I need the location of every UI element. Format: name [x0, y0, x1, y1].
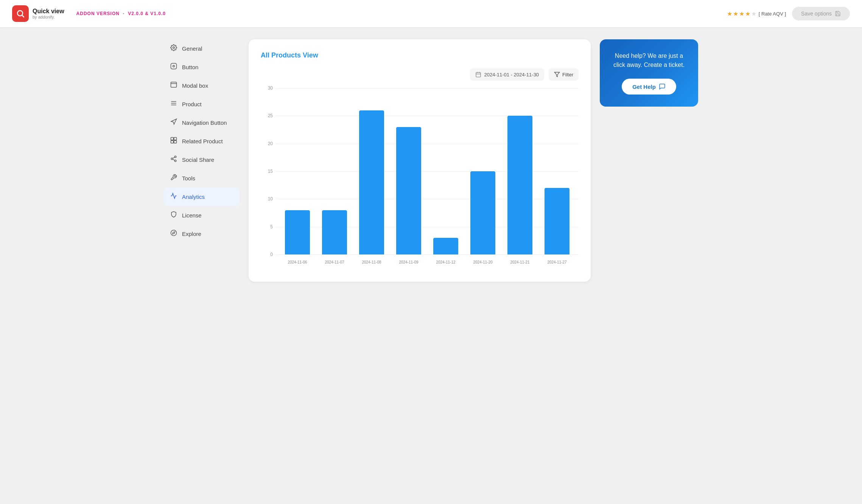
sidebar-label-button: Button	[182, 64, 198, 70]
explore-icon	[170, 230, 177, 238]
sidebar-label-related: Related Product	[182, 138, 223, 144]
chart-bar[interactable]	[470, 171, 495, 254]
svg-rect-5	[171, 82, 177, 87]
sidebar-item-license[interactable]: License	[164, 206, 240, 225]
chart-title: All Products View	[261, 51, 579, 59]
star-2: ★	[733, 10, 738, 17]
button-icon	[170, 63, 177, 71]
sidebar-item-button[interactable]: Button	[164, 58, 240, 76]
y-axis-label: 15	[268, 169, 273, 174]
star-5: ★	[751, 10, 756, 17]
sidebar-label-license: License	[182, 212, 202, 219]
bar-group	[317, 88, 352, 254]
x-axis-label: 2024-11-09	[391, 254, 426, 270]
y-axis-label: 30	[268, 85, 273, 91]
y-axis-label: 0	[270, 252, 273, 257]
svg-point-4	[173, 65, 175, 67]
modal-icon	[170, 81, 177, 90]
sidebar-item-product[interactable]: Product	[164, 95, 240, 113]
star-3: ★	[739, 10, 744, 17]
svg-rect-3	[171, 64, 177, 69]
help-card: Need help? We are just a click away. Cre…	[600, 39, 698, 107]
help-text: Need help? We are just a click away. Cre…	[609, 51, 689, 70]
svg-rect-11	[171, 138, 174, 140]
x-axis-label: 2024-11-27	[539, 254, 575, 270]
svg-point-16	[171, 158, 173, 160]
svg-line-19	[173, 157, 174, 158]
sidebar-item-tools[interactable]: Tools	[164, 169, 240, 188]
bar-group	[465, 88, 501, 254]
license-icon	[170, 211, 177, 220]
chart-controls: 2024-11-01 - 2024-11-30 Filter	[261, 68, 579, 81]
chart-bar[interactable]	[322, 210, 347, 254]
save-label: Save options	[801, 11, 832, 17]
chart-bar[interactable]	[396, 127, 421, 254]
sidebar-item-explore[interactable]: Explore	[164, 225, 240, 243]
svg-point-2	[173, 47, 175, 49]
bar-group	[280, 88, 315, 254]
sidebar-item-navigation-button[interactable]: Navigation Button	[164, 113, 240, 132]
svg-marker-10	[171, 119, 176, 124]
bars-wrapper	[276, 88, 579, 254]
get-help-button[interactable]: Get Help	[622, 79, 676, 95]
x-axis-label: 2024-11-12	[428, 254, 464, 270]
svg-point-20	[171, 230, 177, 236]
filter-button[interactable]: Filter	[549, 68, 579, 81]
y-axis-label: 20	[268, 141, 273, 146]
svg-line-18	[173, 159, 174, 160]
sidebar-item-related-product[interactable]: Related Product	[164, 132, 240, 150]
calendar-icon	[475, 71, 481, 78]
svg-point-17	[174, 160, 176, 162]
x-axis-label: 2024-11-21	[502, 254, 538, 270]
y-axis-label: 10	[268, 196, 273, 202]
version-info: ADDON VERSION - v2.0.0 & v1.0.0	[76, 11, 166, 16]
star-4: ★	[745, 10, 750, 17]
x-axis-label: 2024-11-20	[465, 254, 501, 270]
save-icon	[835, 11, 841, 17]
share-icon	[170, 155, 177, 164]
sidebar-label-modal: Modal box	[182, 82, 208, 89]
date-range-value: 2024-11-01 - 2024-11-30	[484, 72, 539, 78]
sidebar-label-social: Social Share	[182, 157, 214, 163]
chart-bar[interactable]	[433, 238, 458, 254]
sidebar-item-general[interactable]: General	[164, 39, 240, 58]
svg-rect-13	[171, 141, 174, 143]
x-axis-labels: 2024-11-062024-11-072024-11-082024-11-09…	[276, 254, 579, 270]
star-1: ★	[727, 10, 732, 17]
logo-title: Quick view	[33, 8, 64, 15]
filter-label: Filter	[562, 72, 573, 78]
date-range[interactable]: 2024-11-01 - 2024-11-30	[470, 68, 545, 81]
chart-bar[interactable]	[507, 116, 532, 254]
chart-panel: All Products View 2024-11-01 - 2024-11-3…	[249, 39, 591, 282]
sidebar-label-tools: Tools	[182, 175, 195, 181]
y-axis-label: 5	[270, 224, 273, 230]
rate-widget[interactable]: ★ ★ ★ ★ ★ [ Rate AQV ]	[727, 10, 786, 17]
logo-icon	[12, 5, 29, 22]
tools-icon	[170, 174, 177, 183]
product-icon	[170, 100, 177, 109]
gear-icon	[170, 44, 177, 53]
right-panel: Need help? We are just a click away. Cre…	[600, 39, 698, 282]
chart-bar[interactable]	[359, 110, 384, 254]
related-icon	[170, 137, 177, 146]
save-button[interactable]: Save options	[792, 7, 850, 20]
chart-bar[interactable]	[545, 188, 569, 254]
app-header: Quick view by addonify. ADDON VERSION - …	[0, 0, 862, 27]
svg-line-1	[22, 16, 24, 17]
sidebar: General Button Modal box Product Navigat…	[164, 39, 240, 282]
bar-group	[502, 88, 538, 254]
sidebar-item-modal-box[interactable]: Modal box	[164, 76, 240, 95]
sidebar-label-analytics: Analytics	[182, 194, 205, 200]
sidebar-item-social-share[interactable]: Social Share	[164, 150, 240, 169]
header-right: ★ ★ ★ ★ ★ [ Rate AQV ] Save options	[727, 7, 850, 20]
svg-point-15	[174, 156, 176, 158]
sidebar-item-analytics[interactable]: Analytics	[164, 188, 240, 206]
chart-bar[interactable]	[285, 210, 310, 254]
logo-sub: by addonify.	[33, 15, 64, 19]
svg-marker-21	[173, 232, 175, 234]
svg-rect-12	[174, 138, 177, 140]
rate-label[interactable]: [ Rate AQV ]	[759, 11, 786, 17]
x-axis-label: 2024-11-08	[354, 254, 389, 270]
sidebar-label-product: Product	[182, 101, 202, 107]
svg-marker-26	[554, 72, 559, 77]
